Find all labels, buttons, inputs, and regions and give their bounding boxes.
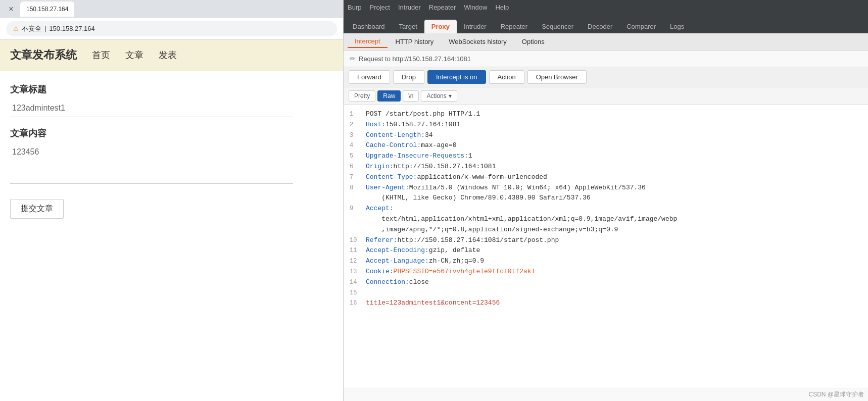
format-newline[interactable]: \n: [403, 90, 419, 102]
article-content-label: 文章内容: [10, 127, 333, 139]
tab-target[interactable]: Target: [392, 20, 424, 33]
watermark-text: CSDN @星球守护者: [808, 391, 864, 398]
request-line-6: 6 Origin: http://150.158.27.164:1081: [350, 162, 862, 172]
proxy-sub-tabs: Intercept HTTP history WebSockets histor…: [344, 33, 868, 51]
tab-repeater[interactable]: Repeater: [494, 20, 535, 33]
request-line-11: 11 Accept-Encoding: gzip, deflate: [350, 245, 862, 256]
intercept-toolbar: Forward Drop Intercept is on Action Open…: [344, 67, 868, 87]
tab-title: 150.158.27.164: [26, 6, 68, 13]
burp-menu-bar: Burp Project Intruder Repeater Window He…: [344, 0, 868, 14]
request-line-13: 13 Cookie: PHPSESSID=e567ivvh4gtele9ffol…: [350, 267, 862, 277]
subtab-options[interactable]: Options: [515, 36, 552, 47]
address-text: 150.158.27.164: [49, 25, 94, 32]
browser-tab-bar: × 150.158.27.164: [0, 0, 343, 18]
action-button[interactable]: Action: [489, 70, 524, 84]
request-url-bar: ✏ Request to http://150.158.27.164:1081: [344, 51, 868, 67]
menu-project[interactable]: Project: [369, 4, 390, 11]
subtab-websockets-history[interactable]: WebSockets history: [442, 36, 514, 47]
site-title: 文章发布系统: [10, 47, 77, 63]
request-url: Request to http://150.158.27.164:1081: [359, 55, 471, 63]
tab-sequencer[interactable]: Sequencer: [535, 20, 581, 33]
article-form: 文章标题 文章内容 123456 提交文章: [0, 71, 343, 231]
nav-link-post[interactable]: 发表: [159, 49, 177, 61]
bottom-watermark: CSDN @星球守护者: [344, 388, 868, 401]
article-title-input[interactable]: [10, 99, 293, 117]
burp-tab-bar: Dashboard Target Proxy Intruder Repeater…: [344, 14, 868, 33]
tab-comparer[interactable]: Comparer: [619, 20, 663, 33]
request-line-9: 9 Accept:: [350, 204, 862, 214]
request-line-5: 5 Upgrade-Insecure-Requests: 1: [350, 151, 862, 162]
intercept-content: ✏ Request to http://150.158.27.164:1081 …: [344, 51, 868, 401]
menu-burp[interactable]: Burp: [348, 4, 361, 11]
burp-panel: Burp Project Intruder Repeater Window He…: [344, 0, 868, 401]
browser-close-button[interactable]: ×: [4, 2, 18, 16]
request-line-1: 1 POST /start/post.php HTTP/1.1: [350, 109, 862, 120]
format-raw[interactable]: Raw: [377, 90, 401, 102]
browser-content: 文章发布系统 首页 文章 发表 文章标题 文章内容 123456 提交文章: [0, 39, 343, 401]
browser-tab[interactable]: 150.158.27.164: [20, 2, 74, 17]
menu-help[interactable]: Help: [495, 4, 509, 11]
request-line-12: 12 Accept-Language: zh-CN,zh;q=0.9: [350, 256, 862, 267]
menu-intruder[interactable]: Intruder: [398, 4, 421, 11]
actions-label: Actions: [426, 92, 446, 99]
tab-decoder[interactable]: Decoder: [581, 20, 619, 33]
tab-logs[interactable]: Logs: [663, 20, 691, 33]
tab-dashboard[interactable]: Dashboard: [346, 20, 392, 33]
actions-dropdown[interactable]: Actions ▾: [421, 90, 457, 102]
article-content-input[interactable]: 123456: [10, 143, 293, 184]
address-bar-input[interactable]: ⚠ 不安全 | 150.158.27.164: [6, 21, 337, 36]
format-pretty[interactable]: Pretty: [349, 90, 375, 102]
dropdown-arrow-icon: ▾: [449, 92, 452, 99]
forward-button[interactable]: Forward: [349, 70, 390, 84]
subtab-intercept[interactable]: Intercept: [348, 35, 388, 48]
article-title-label: 文章标题: [10, 83, 333, 95]
browser-address-bar: ⚠ 不安全 | 150.158.27.164: [0, 18, 343, 39]
request-line-9-cont2: ,image/apng,*/*;q=0.8,application/signed…: [350, 225, 862, 235]
pencil-icon: ✏: [350, 55, 356, 63]
intercept-toggle-button[interactable]: Intercept is on: [427, 70, 486, 84]
submit-button[interactable]: 提交文章: [10, 199, 64, 219]
nav-link-article[interactable]: 文章: [125, 49, 143, 61]
request-line-2: 2 Host: 150.158.27.164:1081: [350, 120, 862, 130]
request-line-9-cont1: text/html,application/xhtml+xml,applicat…: [350, 214, 862, 225]
request-line-15: 15: [350, 288, 862, 298]
request-body[interactable]: 1 POST /start/post.php HTTP/1.1 2 Host: …: [344, 105, 868, 388]
menu-repeater[interactable]: Repeater: [429, 4, 456, 11]
address-separator: |: [44, 25, 46, 32]
request-line-8-cont: (KHTML, like Gecko) Chrome/89.0.4389.90 …: [350, 193, 862, 204]
menu-window[interactable]: Window: [464, 4, 487, 11]
request-line-10: 10 Referer: http://150.158.27.164:1081/s…: [350, 235, 862, 246]
request-line-14: 14 Connection: close: [350, 277, 862, 288]
article-nav: 文章发布系统 首页 文章 发表: [0, 39, 343, 71]
browser-panel: × 150.158.27.164 ⚠ 不安全 | 150.158.27.164 …: [0, 0, 344, 401]
open-browser-button[interactable]: Open Browser: [527, 70, 587, 84]
address-warning-text: 不安全: [22, 24, 41, 33]
warning-icon: ⚠: [13, 25, 19, 32]
request-line-8: 8 User-Agent: Mozilla/5.0 (Windows NT 10…: [350, 183, 862, 193]
tab-intruder[interactable]: Intruder: [457, 20, 494, 33]
request-line-16: 16 title=123admintest1&content=123456: [350, 298, 862, 309]
request-line-4: 4 Cache-Control: max-age=0: [350, 140, 862, 151]
nav-link-home[interactable]: 首页: [92, 49, 110, 61]
format-tabs: Pretty Raw \n Actions ▾: [344, 87, 868, 105]
tab-proxy[interactable]: Proxy: [424, 20, 457, 33]
request-line-3: 3 Content-Length: 34: [350, 130, 862, 141]
drop-button[interactable]: Drop: [393, 70, 424, 84]
request-line-7: 7 Content-Type: application/x-www-form-u…: [350, 172, 862, 183]
subtab-http-history[interactable]: HTTP history: [389, 36, 441, 47]
